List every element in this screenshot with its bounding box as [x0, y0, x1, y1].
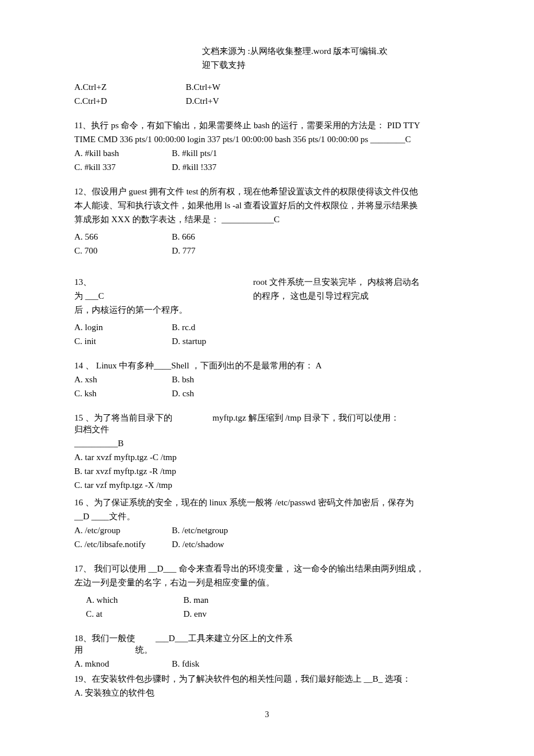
q12-optA: A. 566: [74, 230, 172, 244]
q14-optA: A. xsh: [74, 372, 172, 386]
header-line1: 文档来源为 :从网络收集整理.word 版本可编辑.欢: [202, 44, 434, 58]
q18-line1b: ___D___工具来建立分区上的文件系: [156, 631, 293, 645]
q10-optD: D.Ctrl+V: [186, 94, 219, 108]
q18-optA: A. mknod: [74, 657, 172, 671]
q15: 15 、为了将当前目录下的 myftp.tgz 解压缩到 /tmp 目录下，我们…: [74, 411, 460, 492]
q17-line1: 17、 我们可以使用 __D___ 命令来查看导出的环境变量， 这一命令的输出结…: [74, 562, 460, 576]
q17-optD: D. env: [183, 607, 207, 621]
q17-optA: A. which: [86, 593, 183, 607]
q16: 16 、为了保证系统的安全，现在的 linux 系统一般将 /etc/passw…: [74, 495, 460, 551]
q11-line1: 11、执行 ps 命令，有如下输出，如果需要终止 bash 的运行，需要采用的方…: [74, 118, 460, 132]
q13-line3: 后，内核运行的第一个程序。: [74, 303, 460, 317]
q13-optD: D. startup: [172, 334, 206, 348]
q15-optA: A. tar xvzf myftp.tgz -C /tmp: [74, 450, 460, 464]
q18-line2b: 统。: [135, 643, 153, 657]
q12-line3: 算成形如 XXX 的数字表达，结果是： ____________C: [74, 212, 460, 226]
q16-line2: __D ____文件。: [74, 509, 460, 523]
q12-line2: 本人能读、写和执行该文件，如果他用 ls -al 查看设置好后的文件权限位，并将…: [74, 198, 460, 212]
q15-optC: C. tar vzf myftp.tgz -X /tmp: [74, 478, 460, 492]
q12-line1: 12、假设用户 guest 拥有文件 test 的所有权，现在他希望设置该文件的…: [74, 185, 460, 198]
q11-optC: C. #kill 337: [74, 160, 172, 174]
q12-optB: B. 666: [172, 230, 195, 244]
q17-line2: 左边一列是变量的名字，右边一列是相应变量的值。: [74, 576, 460, 589]
q19: 19、在安装软件包步骤时，为了解决软件包的相关性问题，我们最好能选上 __B_ …: [74, 672, 460, 700]
q11-optB: B. #kill pts/1: [172, 146, 217, 160]
q14-line1: 14 、 Linux 中有多种____Shell ，下面列出的不是最常用的有： …: [74, 359, 460, 372]
page-number: 3: [0, 708, 534, 721]
q17: 17、 我们可以使用 __D___ 命令来查看导出的环境变量， 这一命令的输出结…: [74, 562, 460, 621]
q11: 11、执行 ps 命令，有如下输出，如果需要终止 bash 的运行，需要采用的方…: [74, 118, 460, 174]
header-line2: 迎下载支持: [202, 58, 434, 72]
q13-optA: A. login: [74, 320, 172, 334]
q11-optA: A. #kill bash: [74, 146, 172, 160]
q10-optC: C.Ctrl+D: [74, 94, 186, 108]
q16-optD: D. /etc/shadow: [172, 537, 224, 551]
q15-line1b: myftp.tgz 解压缩到 /tmp 目录下，我们可以使用：: [212, 411, 399, 425]
q19-line1: 19、在安装软件包步骤时，为了解决软件包的相关性问题，我们最好能选上 __B_ …: [74, 672, 460, 686]
q16-optB: B. /etc/netgroup: [172, 523, 228, 537]
q11-optD: D. #kill !337: [172, 160, 217, 174]
q16-optC: C. /etc/libsafe.notify: [74, 537, 172, 551]
q13-line2b: 的程序， 这也是引导过程完成: [253, 289, 369, 303]
page: 文档来源为 :从网络收集整理.word 版本可编辑.欢 迎下载支持 A.Ctrl…: [0, 0, 534, 756]
q13-optB: B. rc.d: [172, 320, 195, 334]
q15-optB: B. tar xvzf myftp.tgz -R /tmp: [74, 464, 460, 478]
q13-optC: C. init: [74, 334, 172, 348]
q17-optC: C. at: [86, 607, 183, 621]
q13-line2a: 为 ___C: [74, 289, 253, 303]
header: 文档来源为 :从网络收集整理.word 版本可编辑.欢 迎下载支持: [202, 44, 434, 72]
q14-optB: B. bsh: [172, 372, 194, 386]
q10-options: A.Ctrl+Z B.Ctrl+W C.Ctrl+D D.Ctrl+V: [74, 80, 460, 108]
q13: 13、 root 文件系统一旦安装完毕， 内核将启动名 为 ___C 的程序， …: [74, 275, 460, 348]
q16-optA: A. /etc/group: [74, 523, 172, 537]
q12-optD: D. 777: [172, 244, 196, 258]
q14-optD: D. csh: [172, 386, 194, 400]
q13-line1b: root 文件系统一旦安装完毕， 内核将启动名: [253, 275, 420, 289]
q18-line2a: 用: [74, 643, 135, 657]
q18: 18、我们一般使 ___D___工具来建立分区上的文件系 用 统。 A. mkn…: [74, 631, 460, 671]
q14: 14 、 Linux 中有多种____Shell ，下面列出的不是最常用的有： …: [74, 359, 460, 400]
q16-line1: 16 、为了保证系统的安全，现在的 linux 系统一般将 /etc/passw…: [74, 495, 460, 509]
q15-line3: __________B: [74, 436, 460, 450]
q17-optB: B. man: [183, 593, 208, 607]
q12-optC: C. 700: [74, 244, 172, 258]
q10-optA: A.Ctrl+Z: [74, 80, 186, 94]
q11-line2: TIME CMD 336 pts/1 00:00:00 login 337 pt…: [74, 132, 460, 146]
q18-optB: B. fdisk: [172, 657, 200, 671]
q13-line1a: 13、: [74, 275, 253, 289]
q14-optC: C. ksh: [74, 386, 172, 400]
q19-optA: A. 安装独立的软件包: [74, 686, 460, 700]
q10-optB: B.Ctrl+W: [186, 80, 221, 94]
q12: 12、假设用户 guest 拥有文件 test 的所有权，现在他希望设置该文件的…: [74, 185, 460, 258]
